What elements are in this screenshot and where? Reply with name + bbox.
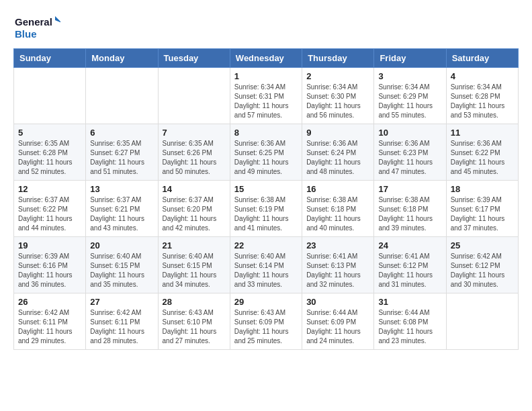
day-number: 19 xyxy=(18,240,81,250)
logo: General Blue xyxy=(13,13,60,42)
day-info: Sunrise: 6:40 AM Sunset: 6:14 PM Dayligh… xyxy=(234,252,298,289)
calendar-cell xyxy=(158,68,230,124)
day-info: Sunrise: 6:35 AM Sunset: 6:28 PM Dayligh… xyxy=(18,139,81,177)
day-info: Sunrise: 6:36 AM Sunset: 6:24 PM Dayligh… xyxy=(306,139,369,177)
day-number: 5 xyxy=(18,128,81,138)
day-number: 3 xyxy=(378,71,441,81)
calendar-cell: 18Sunrise: 6:39 AM Sunset: 6:17 PM Dayli… xyxy=(446,181,518,237)
day-number: 7 xyxy=(163,128,226,138)
calendar-cell: 11Sunrise: 6:36 AM Sunset: 6:22 PM Dayli… xyxy=(446,124,518,181)
weekday-header-row: SundayMondayTuesdayWednesdayThursdayFrid… xyxy=(14,49,519,68)
week-row-1: 5Sunrise: 6:35 AM Sunset: 6:28 PM Daylig… xyxy=(14,124,519,181)
day-number: 10 xyxy=(378,128,441,138)
weekday-header-sunday: Sunday xyxy=(14,49,86,68)
day-number: 15 xyxy=(234,184,298,194)
day-number: 11 xyxy=(451,128,514,138)
calendar-cell: 5Sunrise: 6:35 AM Sunset: 6:28 PM Daylig… xyxy=(14,124,86,181)
calendar-cell: 31Sunrise: 6:44 AM Sunset: 6:08 PM Dayli… xyxy=(374,293,446,350)
weekday-header-saturday: Saturday xyxy=(446,49,518,68)
day-info: Sunrise: 6:34 AM Sunset: 6:29 PM Dayligh… xyxy=(378,83,441,120)
day-info: Sunrise: 6:37 AM Sunset: 6:20 PM Dayligh… xyxy=(163,195,226,233)
day-number: 4 xyxy=(451,71,514,81)
day-number: 21 xyxy=(163,240,226,250)
day-info: Sunrise: 6:43 AM Sunset: 6:10 PM Dayligh… xyxy=(163,308,226,346)
day-info: Sunrise: 6:37 AM Sunset: 6:22 PM Dayligh… xyxy=(18,195,81,233)
day-number: 14 xyxy=(163,184,226,194)
weekday-header-monday: Monday xyxy=(86,49,158,68)
day-number: 29 xyxy=(234,297,298,307)
day-info: Sunrise: 6:40 AM Sunset: 6:15 PM Dayligh… xyxy=(163,252,226,289)
week-row-3: 19Sunrise: 6:39 AM Sunset: 6:16 PM Dayli… xyxy=(14,237,519,293)
calendar-cell: 16Sunrise: 6:38 AM Sunset: 6:18 PM Dayli… xyxy=(302,181,374,237)
day-number: 13 xyxy=(90,184,153,194)
svg-text:Blue: Blue xyxy=(15,28,37,40)
day-number: 31 xyxy=(378,297,441,307)
weekday-header-friday: Friday xyxy=(374,49,446,68)
calendar-cell: 25Sunrise: 6:42 AM Sunset: 6:12 PM Dayli… xyxy=(446,237,518,293)
calendar-cell: 28Sunrise: 6:43 AM Sunset: 6:10 PM Dayli… xyxy=(158,293,230,350)
day-number: 22 xyxy=(234,240,298,250)
calendar-cell: 8Sunrise: 6:36 AM Sunset: 6:25 PM Daylig… xyxy=(230,124,302,181)
day-number: 6 xyxy=(90,128,153,138)
week-row-2: 12Sunrise: 6:37 AM Sunset: 6:22 PM Dayli… xyxy=(14,181,519,237)
weekday-header-tuesday: Tuesday xyxy=(158,49,230,68)
calendar-cell: 14Sunrise: 6:37 AM Sunset: 6:20 PM Dayli… xyxy=(158,181,230,237)
day-info: Sunrise: 6:36 AM Sunset: 6:22 PM Dayligh… xyxy=(451,139,514,177)
week-row-0: 1Sunrise: 6:34 AM Sunset: 6:31 PM Daylig… xyxy=(14,68,519,124)
day-number: 27 xyxy=(90,297,153,307)
calendar-cell: 7Sunrise: 6:35 AM Sunset: 6:26 PM Daylig… xyxy=(158,124,230,181)
svg-text:General: General xyxy=(15,16,52,28)
day-info: Sunrise: 6:34 AM Sunset: 6:28 PM Dayligh… xyxy=(451,83,514,120)
day-info: Sunrise: 6:35 AM Sunset: 6:26 PM Dayligh… xyxy=(163,139,226,177)
day-number: 25 xyxy=(451,240,514,250)
day-info: Sunrise: 6:38 AM Sunset: 6:18 PM Dayligh… xyxy=(378,195,441,233)
calendar-cell: 17Sunrise: 6:38 AM Sunset: 6:18 PM Dayli… xyxy=(374,181,446,237)
calendar-cell: 20Sunrise: 6:40 AM Sunset: 6:15 PM Dayli… xyxy=(86,237,158,293)
page-header: General Blue xyxy=(13,13,519,42)
day-number: 16 xyxy=(306,184,369,194)
calendar-cell: 15Sunrise: 6:38 AM Sunset: 6:19 PM Dayli… xyxy=(230,181,302,237)
day-info: Sunrise: 6:42 AM Sunset: 6:12 PM Dayligh… xyxy=(451,252,514,289)
svg-marker-2 xyxy=(55,16,60,23)
calendar-cell: 2Sunrise: 6:34 AM Sunset: 6:30 PM Daylig… xyxy=(302,68,374,124)
day-info: Sunrise: 6:35 AM Sunset: 6:27 PM Dayligh… xyxy=(90,139,153,177)
calendar-cell: 10Sunrise: 6:36 AM Sunset: 6:23 PM Dayli… xyxy=(374,124,446,181)
calendar-cell xyxy=(446,293,518,350)
calendar-cell: 4Sunrise: 6:34 AM Sunset: 6:28 PM Daylig… xyxy=(446,68,518,124)
day-number: 30 xyxy=(306,297,369,307)
day-info: Sunrise: 6:34 AM Sunset: 6:30 PM Dayligh… xyxy=(306,83,369,120)
day-info: Sunrise: 6:42 AM Sunset: 6:11 PM Dayligh… xyxy=(90,308,153,346)
calendar-cell: 1Sunrise: 6:34 AM Sunset: 6:31 PM Daylig… xyxy=(230,68,302,124)
day-number: 28 xyxy=(163,297,226,307)
day-info: Sunrise: 6:44 AM Sunset: 6:08 PM Dayligh… xyxy=(378,308,441,346)
calendar-cell: 29Sunrise: 6:43 AM Sunset: 6:09 PM Dayli… xyxy=(230,293,302,350)
day-info: Sunrise: 6:34 AM Sunset: 6:31 PM Dayligh… xyxy=(234,83,298,120)
day-info: Sunrise: 6:40 AM Sunset: 6:15 PM Dayligh… xyxy=(90,252,153,289)
day-info: Sunrise: 6:38 AM Sunset: 6:19 PM Dayligh… xyxy=(234,195,298,233)
weekday-header-wednesday: Wednesday xyxy=(230,49,302,68)
day-info: Sunrise: 6:37 AM Sunset: 6:21 PM Dayligh… xyxy=(90,195,153,233)
day-number: 26 xyxy=(18,297,81,307)
day-info: Sunrise: 6:41 AM Sunset: 6:13 PM Dayligh… xyxy=(306,252,369,289)
calendar-cell: 19Sunrise: 6:39 AM Sunset: 6:16 PM Dayli… xyxy=(14,237,86,293)
calendar-cell: 21Sunrise: 6:40 AM Sunset: 6:15 PM Dayli… xyxy=(158,237,230,293)
calendar-cell: 22Sunrise: 6:40 AM Sunset: 6:14 PM Dayli… xyxy=(230,237,302,293)
calendar-cell: 12Sunrise: 6:37 AM Sunset: 6:22 PM Dayli… xyxy=(14,181,86,237)
calendar-cell: 24Sunrise: 6:41 AM Sunset: 6:12 PM Dayli… xyxy=(374,237,446,293)
day-info: Sunrise: 6:39 AM Sunset: 6:16 PM Dayligh… xyxy=(18,252,81,289)
day-info: Sunrise: 6:44 AM Sunset: 6:09 PM Dayligh… xyxy=(306,308,369,346)
calendar-cell: 27Sunrise: 6:42 AM Sunset: 6:11 PM Dayli… xyxy=(86,293,158,350)
calendar-cell: 3Sunrise: 6:34 AM Sunset: 6:29 PM Daylig… xyxy=(374,68,446,124)
day-info: Sunrise: 6:36 AM Sunset: 6:25 PM Dayligh… xyxy=(234,139,298,177)
day-number: 8 xyxy=(234,128,298,138)
calendar-cell: 26Sunrise: 6:42 AM Sunset: 6:11 PM Dayli… xyxy=(14,293,86,350)
day-number: 17 xyxy=(378,184,441,194)
calendar-cell: 13Sunrise: 6:37 AM Sunset: 6:21 PM Dayli… xyxy=(86,181,158,237)
calendar-cell xyxy=(86,68,158,124)
day-info: Sunrise: 6:39 AM Sunset: 6:17 PM Dayligh… xyxy=(451,195,514,233)
week-row-4: 26Sunrise: 6:42 AM Sunset: 6:11 PM Dayli… xyxy=(14,293,519,350)
weekday-header-thursday: Thursday xyxy=(302,49,374,68)
calendar-cell: 30Sunrise: 6:44 AM Sunset: 6:09 PM Dayli… xyxy=(302,293,374,350)
day-info: Sunrise: 6:36 AM Sunset: 6:23 PM Dayligh… xyxy=(378,139,441,177)
calendar-cell: 6Sunrise: 6:35 AM Sunset: 6:27 PM Daylig… xyxy=(86,124,158,181)
